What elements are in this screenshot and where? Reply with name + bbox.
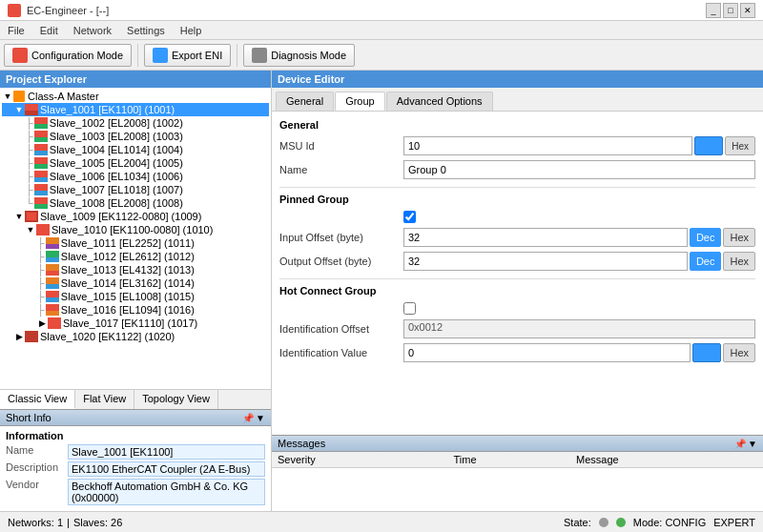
tree-item-slave1002[interactable]: ├ Slave_1002 [EL2008] (1002) — [2, 116, 269, 130]
maximize-button[interactable]: □ — [723, 3, 738, 18]
output-offset-label: Output Offset (byte) — [279, 256, 403, 267]
menu-settings[interactable]: Settings — [119, 23, 173, 38]
info-label-vendor: Vendor — [6, 479, 68, 490]
pin-icon[interactable]: 📌 — [242, 413, 254, 423]
tree-item-slave1004[interactable]: ├ Slave_1004 [EL1014] (1004) — [2, 143, 269, 156]
tab-group[interactable]: Group — [335, 92, 385, 111]
svg-rect-10 — [34, 171, 48, 177]
tree-item-slave1013[interactable]: ├ Slave_1013 [EL4132] (1013) — [2, 263, 269, 276]
tree-item-slave1008[interactable]: └ Slave_1008 [EL2008] (1008) — [2, 196, 269, 210]
id-value-input[interactable] — [403, 343, 691, 362]
tab-classic-view[interactable]: Classic View — [0, 390, 75, 409]
msu-id-input-group: Hex — [403, 136, 755, 155]
project-tree[interactable]: ▼ Class-A Master ▼ Slave_1001 [EK1100] (… — [0, 88, 271, 389]
tree-item-slave1017[interactable]: ▶ Slave_1017 [EK1110] (1017) — [2, 317, 269, 330]
menu-bar: File Edit Network Settings Help — [0, 21, 763, 40]
input-offset-hex-btn[interactable]: Hex — [723, 228, 755, 247]
output-offset-dec-btn[interactable]: Dec — [690, 252, 722, 271]
input-offset-input[interactable] — [403, 228, 688, 247]
id-value-input-group: Hex — [403, 343, 755, 362]
menu-edit[interactable]: Edit — [32, 23, 66, 38]
diag-mode-icon — [252, 48, 267, 63]
el2612-icon — [46, 251, 59, 262]
input-offset-row: Input Offset (byte) Dec Hex — [279, 228, 755, 247]
svg-rect-32 — [25, 331, 38, 342]
right-panel: Device Editor General Group Advanced Opt… — [272, 71, 763, 511]
toolbar-sep-2 — [237, 44, 237, 67]
tree-label-slave1015: Slave_1015 [EL1008] (1015) — [61, 291, 195, 302]
expander-master[interactable]: ▼ — [2, 91, 13, 102]
id-value-hex-btn[interactable]: Hex — [723, 343, 755, 362]
svg-rect-8 — [34, 157, 48, 164]
expander-slave1020[interactable]: ▶ — [13, 331, 25, 342]
expander-slave1009[interactable]: ▼ — [13, 211, 25, 222]
output-offset-hex-btn[interactable]: Hex — [723, 252, 755, 271]
minimize-button[interactable]: _ — [706, 3, 721, 18]
tree-item-slave1016[interactable]: ├ Slave_1016 [EL1094] (1016) — [2, 303, 269, 317]
info-value-name: Slave_1001 [EK1100] — [68, 444, 265, 460]
tree-item-slave1011[interactable]: ├ Slave_1011 [EL2252] (1011) — [2, 236, 269, 250]
close-button[interactable]: ✕ — [740, 3, 755, 18]
svg-rect-19 — [46, 237, 59, 244]
msu-id-hex-btn[interactable]: Hex — [725, 136, 755, 155]
id-offset-row: Identification Offset 0x0012 — [279, 319, 755, 338]
el2004-icon — [34, 157, 48, 169]
tree-label-slave1005: Slave_1005 [EL2004] (1005) — [50, 157, 183, 169]
tree-item-slave1003[interactable]: ├ Slave_1003 [EL2008] (1003) — [2, 130, 269, 143]
tree-item-slave1010[interactable]: ▼ Slave_1010 [EK1100-0080] (1010) — [2, 223, 269, 236]
name-label: Name — [279, 164, 403, 175]
el1014-icon — [34, 144, 48, 155]
project-explorer-header: Project Explorer — [0, 71, 271, 88]
state-label: State: — [564, 517, 591, 528]
tree-item-slave1012[interactable]: ├ Slave_1012 [EL2612] (1012) — [2, 250, 269, 263]
tree-item-master[interactable]: ▼ Class-A Master — [2, 90, 269, 103]
tree-item-slave1020[interactable]: ▶ Slave_1020 [EK1122] (1020) — [2, 330, 269, 343]
menu-network[interactable]: Network — [66, 23, 119, 38]
tree-line: ├ — [26, 157, 33, 169]
info-value-desc: EK1100 EtherCAT Coupler (2A E-Bus) — [68, 461, 265, 477]
id-offset-value: 0x0012 — [403, 319, 755, 338]
info-label-desc: Description — [6, 461, 68, 473]
svg-rect-25 — [46, 277, 59, 284]
svg-rect-29 — [46, 304, 59, 311]
svg-rect-17 — [27, 213, 36, 220]
arrow-icon[interactable]: ▼ — [256, 413, 265, 423]
tree-item-slave1006[interactable]: ├ Slave_1006 [EL1034] (1006) — [2, 170, 269, 183]
title-bar: EC-Engineer - [--] _ □ ✕ — [0, 0, 763, 21]
messages-pin-icon[interactable]: 📌 — [734, 439, 746, 449]
pinned-group-checkbox[interactable] — [403, 211, 416, 223]
tree-item-slave1007[interactable]: ├ Slave_1007 [EL1018] (1007) — [2, 183, 269, 196]
output-offset-input[interactable] — [403, 252, 688, 271]
config-mode-button[interactable]: Configuration Mode — [4, 44, 132, 67]
tree-item-slave1014[interactable]: ├ Slave_1014 [EL3162] (1014) — [2, 276, 269, 290]
tab-advanced-options[interactable]: Advanced Options — [386, 92, 493, 111]
ek1100-icon — [25, 104, 38, 115]
expander-slave1001[interactable]: ▼ — [13, 104, 25, 115]
msu-id-input[interactable] — [403, 136, 692, 155]
hot-connect-checkbox[interactable] — [403, 302, 416, 315]
messages-arrow-icon[interactable]: ▼ — [748, 439, 757, 449]
svg-rect-15 — [34, 204, 48, 209]
tree-item-slave1015[interactable]: ├ Slave_1015 [EL1008] (1015) — [2, 290, 269, 303]
tree-label-slave1010: Slave_1010 [EK1100-0080] (1010) — [52, 224, 213, 235]
export-eni-button[interactable]: Export ENI — [144, 44, 231, 67]
ek1100-2-icon — [36, 224, 50, 235]
diag-mode-button[interactable]: Diagnosis Mode — [243, 44, 355, 67]
tab-topology-view[interactable]: Topology View — [134, 390, 218, 409]
msu-id-btn[interactable] — [694, 136, 723, 155]
input-offset-dec-btn[interactable]: Dec — [690, 228, 722, 247]
expander-slave1010[interactable]: ▼ — [25, 224, 36, 235]
tree-item-slave1001[interactable]: ▼ Slave_1001 [EK1100] (1001) — [2, 103, 269, 116]
app-icon — [8, 4, 21, 17]
menu-file[interactable]: File — [0, 23, 32, 38]
expander-slave1017[interactable]: ▶ — [36, 317, 48, 329]
tab-flat-view[interactable]: Flat View — [75, 390, 134, 409]
tree-item-slave1009[interactable]: ▼ Slave_1009 [EK1122-0080] (1009) — [2, 210, 269, 223]
state-indicator — [599, 518, 608, 527]
id-value-btn[interactable] — [692, 343, 721, 362]
menu-help[interactable]: Help — [173, 23, 210, 38]
tree-item-slave1005[interactable]: ├ Slave_1005 [EL2004] (1005) — [2, 156, 269, 170]
tab-general[interactable]: General — [276, 92, 334, 111]
el1018-icon — [34, 184, 48, 195]
name-input[interactable] — [403, 160, 755, 179]
